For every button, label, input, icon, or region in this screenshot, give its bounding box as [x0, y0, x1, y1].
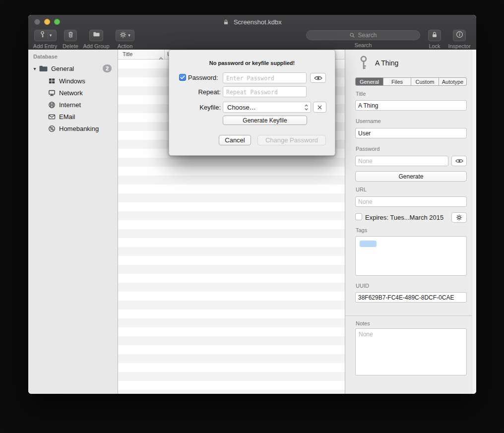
- uuid-label: UUID: [356, 283, 369, 289]
- keyfile-value: Choose…: [227, 104, 256, 111]
- section-divider: [345, 315, 476, 316]
- group-label: General: [51, 65, 74, 72]
- add-entry-group: ▾ Add Entry: [30, 30, 60, 49]
- inspector-button[interactable]: [453, 30, 466, 41]
- disclosure-triangle-icon[interactable]: ▾: [31, 66, 38, 71]
- generate-password-button[interactable]: Generate: [355, 171, 467, 182]
- sidebar-section-header: Database: [33, 54, 58, 60]
- windows-icon: [48, 77, 56, 85]
- show-password-button[interactable]: [310, 73, 326, 83]
- add-group-button[interactable]: [89, 30, 103, 41]
- tag-chip[interactable]: [360, 241, 377, 247]
- cancel-button[interactable]: Cancel: [219, 135, 251, 145]
- app-window: Screenshot.kdbx ▾ Add Entry Delete: [28, 15, 476, 394]
- homebanking-icon: [48, 125, 56, 132]
- expires-label[interactable]: Expires: Tues...March 2015: [365, 214, 443, 221]
- inspector-tabs: General Files Custom Autotype: [355, 77, 467, 86]
- change-password-dialog: No password or keyfile supplied! Passwor…: [169, 50, 335, 156]
- username-label: Username: [356, 118, 381, 124]
- lock-group: Lock: [427, 30, 442, 49]
- folder-icon: [39, 65, 48, 72]
- expires-settings-button[interactable]: [451, 212, 467, 223]
- password-field[interactable]: [355, 156, 448, 166]
- notes-field[interactable]: [355, 328, 467, 375]
- tab-autotype[interactable]: Autotype: [439, 78, 466, 85]
- column-divider[interactable]: [164, 50, 165, 60]
- sidebar-item-email[interactable]: EMail: [28, 111, 118, 123]
- sidebar-item-windows[interactable]: Windows: [28, 75, 118, 87]
- search-icon: [349, 32, 355, 38]
- action-button[interactable]: ▾: [116, 30, 134, 41]
- password-label: Password:: [188, 74, 218, 81]
- repeat-label: Repeat:: [188, 88, 221, 96]
- eye-icon: [314, 75, 322, 81]
- globe-icon: [48, 101, 56, 109]
- chevron-down-icon[interactable]: ▾: [50, 33, 52, 38]
- show-password-button[interactable]: [451, 156, 467, 166]
- folder-icon: [93, 31, 100, 40]
- search-input[interactable]: Search: [306, 30, 420, 40]
- check-icon: [180, 75, 185, 79]
- expires-checkbox[interactable]: [355, 213, 362, 220]
- dialog-message: No password or keyfile supplied!: [169, 60, 335, 66]
- inspector-group: Inspector: [446, 30, 473, 49]
- tab-files[interactable]: Files: [383, 78, 411, 85]
- window-header: Screenshot.kdbx ▾ Add Entry Delete: [28, 15, 476, 50]
- change-password-button[interactable]: Change Password: [257, 135, 326, 145]
- username-field[interactable]: [355, 128, 467, 138]
- url-field[interactable]: [355, 196, 467, 207]
- notes-label: Notes: [356, 320, 370, 326]
- delete-group: Delete: [61, 30, 80, 49]
- document-icon: [223, 19, 231, 27]
- tags-field[interactable]: [355, 236, 467, 276]
- search-group: Search Search: [306, 30, 420, 48]
- email-icon: [48, 113, 56, 121]
- action-group: ▾ Action: [114, 30, 136, 49]
- window-title: Screenshot.kdbx: [234, 18, 282, 26]
- lock-button[interactable]: [428, 30, 441, 41]
- password-label: Password: [356, 146, 379, 152]
- sidebar: Database ▾ General 2 Windows Network: [28, 50, 118, 394]
- titlebar: Screenshot.kdbx: [28, 18, 476, 26]
- stepper-icon: [304, 104, 309, 111]
- search-label: Search: [306, 42, 420, 48]
- sidebar-item-general[interactable]: ▾ General 2: [28, 62, 118, 74]
- eye-icon: [455, 158, 463, 164]
- delete-button[interactable]: [64, 30, 77, 41]
- url-label: URL: [356, 186, 367, 192]
- keyfile-dropdown[interactable]: Choose…: [223, 102, 311, 113]
- tab-general[interactable]: General: [356, 78, 383, 85]
- gear-icon: [456, 214, 462, 221]
- uuid-field[interactable]: [355, 292, 467, 303]
- password-input[interactable]: [223, 72, 307, 83]
- column-header-title[interactable]: Title: [123, 51, 132, 57]
- clear-keyfile-button[interactable]: [313, 102, 326, 113]
- tab-custom[interactable]: Custom: [411, 78, 439, 85]
- tags-label: Tags: [356, 227, 367, 233]
- add-entry-label: Add Entry: [30, 43, 60, 49]
- sidebar-item-network[interactable]: Network: [28, 87, 118, 99]
- delete-label: Delete: [61, 43, 80, 49]
- sidebar-item-homebanking[interactable]: Homebanking: [28, 123, 118, 134]
- key-icon: [39, 31, 46, 40]
- group-label: Internet: [59, 101, 81, 109]
- network-icon: [48, 89, 56, 97]
- repeat-input[interactable]: [223, 86, 307, 97]
- inspector-scrollbar[interactable]: [472, 50, 476, 394]
- action-label: Action: [114, 43, 136, 49]
- generate-keyfile-button[interactable]: Generate Keyfile: [223, 116, 307, 125]
- password-checkbox[interactable]: [179, 74, 186, 81]
- group-label: EMail: [59, 113, 75, 121]
- add-group-group: Add Group: [82, 30, 111, 49]
- entry-count-badge: 2: [103, 64, 112, 72]
- add-group-label: Add Group: [82, 43, 111, 49]
- lock-icon: [431, 31, 438, 40]
- add-entry-button[interactable]: ▾: [34, 30, 57, 41]
- sidebar-item-internet[interactable]: Internet: [28, 99, 118, 111]
- title-label: Title: [356, 91, 366, 97]
- entry-title: A Thing: [375, 59, 398, 67]
- chevron-down-icon[interactable]: ▾: [128, 33, 130, 38]
- title-field[interactable]: [355, 100, 467, 111]
- group-label: Windows: [59, 77, 85, 85]
- split-divider: [48, 32, 48, 39]
